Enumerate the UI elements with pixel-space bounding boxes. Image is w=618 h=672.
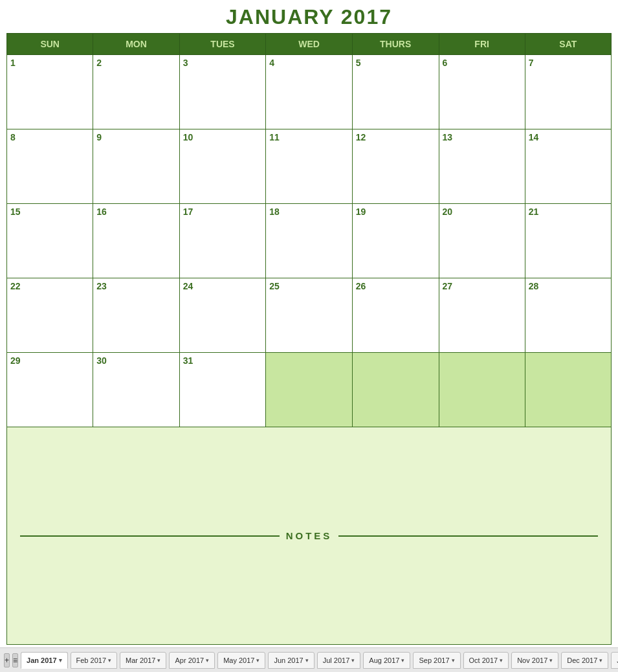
sheet-tab-jan-2017[interactable]: Jan 2017▾ xyxy=(21,652,67,669)
sheet-tab-jun-2017[interactable]: Jun 2017▾ xyxy=(268,652,314,669)
day-cell[interactable]: 8 xyxy=(7,129,93,204)
day-cell[interactable]: 7 xyxy=(525,55,611,129)
day-number: 12 xyxy=(356,132,436,142)
day-number: 14 xyxy=(529,132,608,142)
calendar-week-row: 15161718192021 xyxy=(7,204,612,278)
calendar-title: JANUARY 2017 xyxy=(6,5,612,29)
day-number: 1 xyxy=(10,58,89,68)
day-cell[interactable]: 3 xyxy=(179,55,266,129)
day-number: 3 xyxy=(183,58,263,68)
day-cell[interactable]: 6 xyxy=(439,55,525,129)
calendar-container: JANUARY 2017 SUNMONTUESWEDTHURSFRISAT 12… xyxy=(0,0,618,647)
day-cell[interactable]: 1 xyxy=(7,55,93,129)
sheet-tab-label: Jan 2017 xyxy=(27,656,56,664)
notes-cell[interactable]: NOTES xyxy=(7,427,612,645)
day-number: 16 xyxy=(96,207,175,217)
sheet-tab-label: Sep 2017 xyxy=(419,656,449,664)
day-cell[interactable]: 21 xyxy=(525,204,611,278)
day-cell[interactable]: 19 xyxy=(352,204,439,278)
day-cell[interactable]: 29 xyxy=(7,353,93,427)
day-cell[interactable]: 4 xyxy=(266,55,352,129)
day-cell[interactable] xyxy=(439,353,525,427)
sheet-tab-label: Feb 2017 xyxy=(76,656,106,664)
day-number: 2 xyxy=(96,58,175,68)
day-number: 24 xyxy=(183,281,263,291)
sheet-tab-label: Nov 2017 xyxy=(517,656,547,664)
day-number: 4 xyxy=(269,58,348,68)
day-number: 15 xyxy=(10,207,89,217)
day-cell[interactable]: 9 xyxy=(93,129,179,204)
day-cell[interactable]: 24 xyxy=(179,278,266,353)
sheet-tab-sep-2017[interactable]: Sep 2017▾ xyxy=(413,652,460,669)
bottom-bar: + ≡ Jan 2017▾Feb 2017▾Mar 2017▾Apr 2017▾… xyxy=(0,647,618,672)
day-cell[interactable]: 23 xyxy=(93,278,179,353)
sheet-tab-nov-2017[interactable]: Nov 2017▾ xyxy=(511,652,558,669)
day-cell[interactable]: 15 xyxy=(7,204,93,278)
day-cell[interactable]: 25 xyxy=(266,278,352,353)
day-cell[interactable]: 26 xyxy=(352,278,439,353)
day-number: 25 xyxy=(269,281,348,291)
sheets-menu-button[interactable]: ≡ xyxy=(12,653,18,667)
day-number: 7 xyxy=(529,58,608,68)
sheet-tab-dec-2017[interactable]: Dec 2017▾ xyxy=(561,652,608,669)
chevron-down-icon: ▾ xyxy=(108,657,111,664)
day-cell[interactable]: 28 xyxy=(525,278,611,353)
day-cell[interactable]: 18 xyxy=(266,204,352,278)
sheet-tab-aug-2017[interactable]: Aug 2017▾ xyxy=(363,652,410,669)
day-number: 6 xyxy=(443,58,522,68)
day-number: 30 xyxy=(96,355,175,366)
day-cell[interactable]: 2 xyxy=(93,55,179,129)
day-cell[interactable]: 12 xyxy=(352,129,439,204)
day-number: 31 xyxy=(183,355,263,366)
day-number: 8 xyxy=(10,132,89,142)
day-cell[interactable]: 13 xyxy=(439,129,525,204)
day-number: 27 xyxy=(443,281,522,291)
day-number: 21 xyxy=(529,207,608,217)
day-cell[interactable]: 31 xyxy=(179,353,266,427)
sheet-tab-jan-2018[interactable]: Jan 2018▾ xyxy=(611,652,618,669)
notes-row: NOTES xyxy=(7,427,612,645)
calendar-week-row: 891011121314 xyxy=(7,129,612,204)
notes-line-right xyxy=(338,535,598,537)
sheet-tab-feb-2017[interactable]: Feb 2017▾ xyxy=(71,652,117,669)
day-cell[interactable] xyxy=(352,353,439,427)
chevron-down-icon: ▾ xyxy=(157,657,160,664)
day-cell[interactable]: 22 xyxy=(7,278,93,353)
day-cell[interactable]: 30 xyxy=(93,353,179,427)
sheet-tab-mar-2017[interactable]: Mar 2017▾ xyxy=(120,652,166,669)
day-cell[interactable]: 5 xyxy=(352,55,439,129)
day-cell[interactable]: 11 xyxy=(266,129,352,204)
day-number: 19 xyxy=(356,207,436,217)
chevron-down-icon: ▾ xyxy=(452,657,455,664)
day-cell[interactable]: 10 xyxy=(179,129,266,204)
day-number: 18 xyxy=(269,207,348,217)
sheet-tab-may-2017[interactable]: May 2017▾ xyxy=(217,652,265,669)
day-cell[interactable]: 14 xyxy=(525,129,611,204)
sheet-tab-label: Jul 2017 xyxy=(323,656,350,664)
day-number: 22 xyxy=(10,281,89,291)
sheet-tab-jul-2017[interactable]: Jul 2017▾ xyxy=(317,652,361,669)
add-sheet-button[interactable]: + xyxy=(4,653,10,667)
day-cell[interactable]: 20 xyxy=(439,204,525,278)
calendar-week-row: 293031 xyxy=(7,353,612,427)
chevron-down-icon: ▾ xyxy=(351,657,355,664)
chevron-down-icon: ▾ xyxy=(500,657,503,664)
day-number: 29 xyxy=(10,355,89,366)
day-cell[interactable]: 27 xyxy=(439,278,525,353)
chevron-down-icon: ▾ xyxy=(59,657,62,664)
chevron-down-icon: ▾ xyxy=(256,657,259,664)
sheet-tab-oct-2017[interactable]: Oct 2017▾ xyxy=(463,652,509,669)
sheet-tab-label: May 2017 xyxy=(223,656,254,664)
chevron-down-icon: ▾ xyxy=(206,657,209,664)
chevron-down-icon: ▾ xyxy=(305,657,309,664)
sheet-tab-label: Dec 2017 xyxy=(567,656,597,664)
day-cell[interactable] xyxy=(266,353,352,427)
day-number: 10 xyxy=(183,132,263,142)
day-number: 26 xyxy=(356,281,436,291)
day-number: 11 xyxy=(269,132,348,142)
sheet-tab-apr-2017[interactable]: Apr 2017▾ xyxy=(169,652,215,669)
day-cell[interactable] xyxy=(525,353,611,427)
chevron-down-icon: ▾ xyxy=(401,657,404,664)
day-cell[interactable]: 16 xyxy=(93,204,179,278)
day-cell[interactable]: 17 xyxy=(179,204,266,278)
